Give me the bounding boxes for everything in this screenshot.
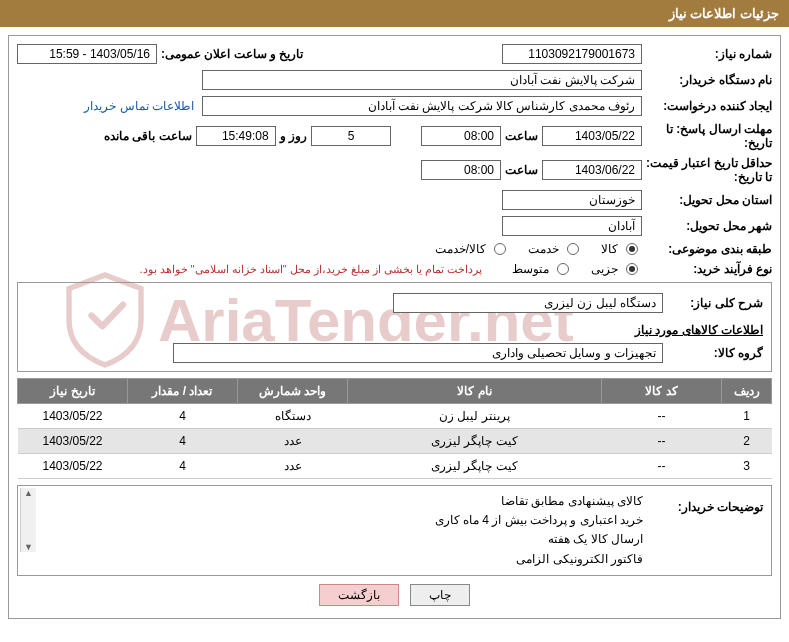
- announce-field: 1403/05/16 - 15:59: [17, 44, 157, 64]
- main-form: شماره نیاز: 1103092179001673 تاریخ و ساع…: [8, 35, 781, 619]
- radio-motavaset[interactable]: [557, 263, 569, 275]
- days-and-label: روز و: [276, 129, 311, 143]
- contact-link[interactable]: اطلاعات تماس خریدار: [84, 99, 194, 113]
- requester-field: رئوف محمدی کارشناس کالا شرکت پالایش نفت …: [202, 96, 642, 116]
- class-label: طبقه بندی موضوعی:: [642, 242, 772, 256]
- validity-time-field: 08:00: [421, 160, 501, 180]
- table-row: 2 -- کیت چاپگر لیزری عدد 4 1403/05/22: [18, 429, 772, 454]
- province-field: خوزستان: [502, 190, 642, 210]
- radio-khadmat[interactable]: [567, 243, 579, 255]
- radio-jozi[interactable]: [626, 263, 638, 275]
- buyer-notes-label: توضیحات خریدار:: [643, 492, 763, 569]
- req-no-label: شماره نیاز:: [642, 47, 772, 61]
- buyer-org-field: شرکت پالایش نفت آبادان: [202, 70, 642, 90]
- radio-jozi-label: جزیی: [591, 262, 618, 276]
- process-note: پرداخت تمام یا بخشی از مبلغ خرید،از محل …: [139, 263, 482, 276]
- scrollbar[interactable]: ▲ ▼: [20, 488, 36, 552]
- city-label: شهر محل تحویل:: [642, 219, 772, 233]
- province-label: استان محل تحویل:: [642, 193, 772, 207]
- summary-label: شرح کلی نیاز:: [663, 296, 763, 310]
- back-button[interactable]: بازگشت: [319, 584, 399, 606]
- requester-label: ایجاد کننده درخواست:: [642, 99, 772, 113]
- radio-kala[interactable]: [626, 243, 638, 255]
- process-label: نوع فرآیند خرید:: [642, 262, 772, 276]
- page-title: جزئیات اطلاعات نیاز: [0, 0, 789, 27]
- radio-kala-khadmat-label: کالا/خدمت: [435, 242, 486, 256]
- remaining-time-field: 15:49:08: [196, 126, 276, 146]
- time-label-1: ساعت: [501, 129, 542, 143]
- items-table: ردیف کد کالا نام کالا واحد شمارش تعداد /…: [17, 378, 772, 479]
- announce-label: تاریخ و ساعت اعلان عمومی:: [157, 47, 307, 61]
- validity-date-field: 1403/06/22: [542, 160, 642, 180]
- table-row: 3 -- کیت چاپگر لیزری عدد 4 1403/05/22: [18, 454, 772, 479]
- radio-kala-label: کالا: [601, 242, 618, 256]
- buyer-notes-content: کالای پیشنهادی مطابق تقاضا خرید اعتباری …: [26, 492, 643, 569]
- days-field: 5: [311, 126, 391, 146]
- th-code: کد کالا: [602, 379, 722, 404]
- group-field: تجهیزات و وسایل تحصیلی واداری: [173, 343, 663, 363]
- table-row: 1 -- پرینتر لیبل زن دستگاه 4 1403/05/22: [18, 404, 772, 429]
- reply-time-field: 08:00: [421, 126, 501, 146]
- th-name: نام کالا: [348, 379, 602, 404]
- radio-motavaset-label: متوسط: [512, 262, 549, 276]
- th-qty: تعداد / مقدار: [128, 379, 238, 404]
- remaining-label: ساعت باقی مانده: [100, 129, 196, 143]
- items-section-title: اطلاعات کالاهای مورد نیاز: [26, 323, 763, 337]
- th-date: تاریخ نیاز: [18, 379, 128, 404]
- buyer-org-label: نام دستگاه خریدار:: [642, 73, 772, 87]
- summary-section: شرح کلی نیاز: دستگاه لیبل زن لیزری اطلاع…: [17, 282, 772, 372]
- validity-label: حداقل تاریخ اعتبار قیمت: تا تاریخ:: [642, 156, 772, 184]
- summary-field: دستگاه لیبل زن لیزری: [393, 293, 663, 313]
- radio-kala-khadmat[interactable]: [494, 243, 506, 255]
- city-field: آبادان: [502, 216, 642, 236]
- th-unit: واحد شمارش: [238, 379, 348, 404]
- reply-deadline-label: مهلت ارسال پاسخ: تا تاریخ:: [642, 122, 772, 150]
- th-row: ردیف: [722, 379, 772, 404]
- req-no-field: 1103092179001673: [502, 44, 642, 64]
- reply-date-field: 1403/05/22: [542, 126, 642, 146]
- print-button[interactable]: چاپ: [410, 584, 470, 606]
- radio-khadmat-label: خدمت: [528, 242, 559, 256]
- buyer-notes-box: ▲ ▼ توضیحات خریدار: کالای پیشنهادی مطابق…: [17, 485, 772, 576]
- group-label: گروه کالا:: [663, 346, 763, 360]
- time-label-2: ساعت: [501, 163, 542, 177]
